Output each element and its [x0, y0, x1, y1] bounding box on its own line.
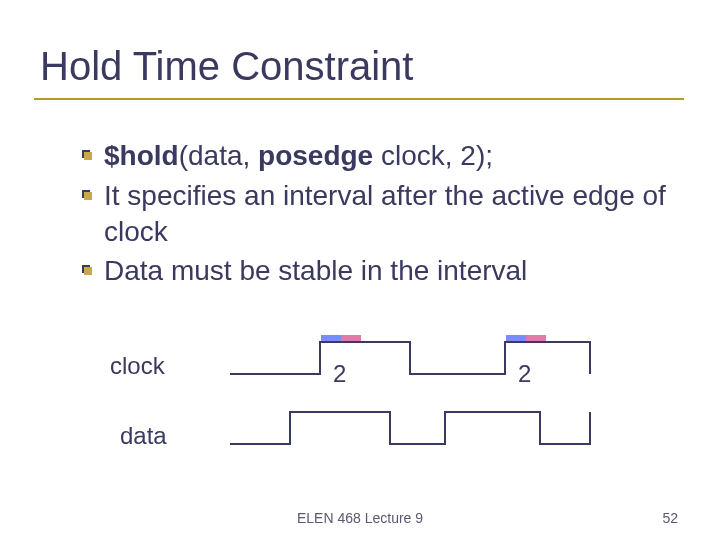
bullet-text: $hold [104, 140, 179, 171]
bullet-icon [82, 190, 92, 200]
title-underline [34, 98, 684, 100]
bullet-icon [82, 150, 92, 160]
bullet-item: It specifies an interval after the activ… [82, 178, 672, 250]
slide-title: Hold Time Constraint [40, 44, 413, 89]
bullet-item: Data must be stable in the interval [82, 253, 672, 289]
timing-diagram: clock data 2 2 [110, 330, 610, 485]
slide-body: $hold(data, posedge clock, 2);It specifi… [82, 138, 672, 293]
bullet-text: Data must be stable in the interval [104, 255, 527, 286]
interval-label-1: 2 [333, 360, 346, 388]
slide: Hold Time Constraint $hold(data, posedge… [0, 0, 720, 540]
bullet-item: $hold(data, posedge clock, 2); [82, 138, 672, 174]
bullet-text: (data, [179, 140, 258, 171]
bullet-text: posedge [258, 140, 373, 171]
slide-number: 52 [662, 510, 678, 526]
interval-label-2: 2 [518, 360, 531, 388]
waveform-svg [110, 330, 610, 470]
bullet-text: It specifies an interval after the activ… [104, 180, 666, 247]
footer-center: ELEN 468 Lecture 9 [0, 510, 720, 526]
bullet-icon [82, 265, 92, 275]
bullet-text: clock, 2); [373, 140, 493, 171]
